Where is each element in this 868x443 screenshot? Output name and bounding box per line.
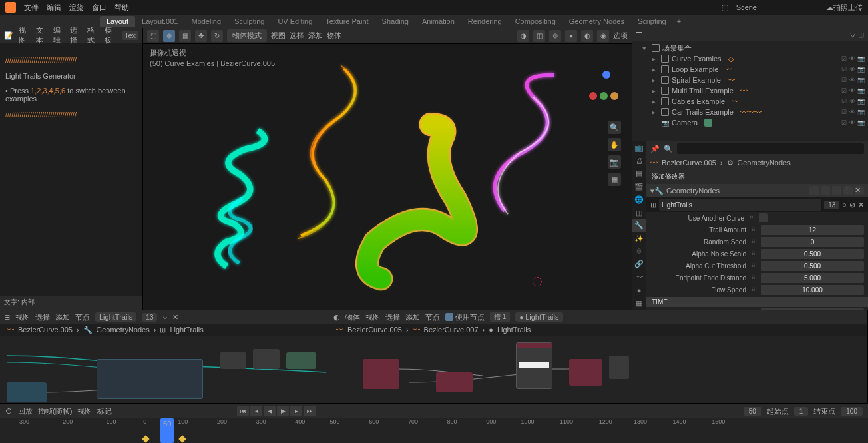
outliner-item-loop[interactable]: ▸Loop Example〰☑👁📷 xyxy=(632,64,868,75)
outliner-item-cables[interactable]: ▸Cables Example〰☑👁📷 xyxy=(632,96,868,107)
shader-node-3[interactable] xyxy=(516,342,552,389)
keyframe-icon[interactable] xyxy=(178,435,186,442)
shader-node-4[interactable] xyxy=(569,359,602,386)
tab-compositing[interactable]: Compositing xyxy=(509,16,562,27)
node-small-2[interactable] xyxy=(253,349,280,369)
use-nodes-check[interactable] xyxy=(445,313,453,321)
editor-type-3dview-icon[interactable]: ⬚ xyxy=(147,30,159,42)
jump-end-icon[interactable]: ⏭ xyxy=(304,406,316,416)
shading-wireframe-icon[interactable]: ⊙ xyxy=(549,30,561,42)
nodegroup-unlink-icon[interactable]: ⊘ xyxy=(849,201,855,209)
tl-keying[interactable]: 插帧(随帧) xyxy=(38,406,72,416)
add-workspace-button[interactable]: + xyxy=(673,16,685,27)
slot-dropdown[interactable]: 槽 1 xyxy=(490,312,510,322)
section-time[interactable]: TIME xyxy=(646,297,868,307)
proptab-texture-icon[interactable]: ▦ xyxy=(632,297,646,310)
timeline-type-icon[interactable]: ⏱ xyxy=(5,407,13,415)
tool-select-box-icon[interactable]: ▦ xyxy=(179,30,191,42)
node-small-3[interactable] xyxy=(286,352,316,369)
text-name-field[interactable]: Tex xyxy=(122,31,138,40)
add-modifier-button[interactable]: 添加修改器 xyxy=(646,169,868,184)
tl-playback[interactable]: 回放 xyxy=(18,406,33,416)
tab-uvediting[interactable]: UV Editing xyxy=(271,16,319,27)
nodegroup-new-icon[interactable]: ✕ xyxy=(858,201,864,209)
shader-menu-add[interactable]: 添加 xyxy=(405,312,420,322)
tab-shading[interactable]: Shading xyxy=(375,16,415,27)
nodegroup-name-input[interactable] xyxy=(659,199,821,211)
menu-window[interactable]: 窗口 xyxy=(92,3,107,13)
tool-rotate-icon[interactable]: ↻ xyxy=(211,30,223,42)
play-reverse-icon[interactable]: ◀ xyxy=(264,406,276,416)
tab-sculpting[interactable]: Sculpting xyxy=(228,16,271,27)
check-use-curve[interactable] xyxy=(759,213,768,222)
mode-dropdown[interactable]: 物体模式 xyxy=(227,29,267,42)
shader-node-output[interactable] xyxy=(609,356,629,379)
geo-editor-icon[interactable]: ⊞ xyxy=(4,313,10,322)
geo-menu-node[interactable]: 节点 xyxy=(75,312,90,322)
shader-object-dropdown[interactable]: 物体 xyxy=(345,312,360,322)
editor-type-icon[interactable]: 📝 xyxy=(4,31,13,40)
axis-z-icon[interactable] xyxy=(602,71,610,79)
shader-menu-view[interactable]: 视图 xyxy=(365,312,380,322)
node-frame[interactable] xyxy=(97,359,203,399)
pan-icon[interactable]: ✋ xyxy=(608,138,621,151)
modifier-params-scroll[interactable]: Use Another Curve⠿ Trail Amount⠿12 Rando… xyxy=(646,212,868,310)
timeline-track[interactable]: -300 -200 -100 0 100 200 300 400 500 600… xyxy=(0,418,868,443)
current-frame-input[interactable]: 50 xyxy=(744,407,761,416)
shader-node-2[interactable] xyxy=(436,372,473,392)
geo-menu-view[interactable]: 视图 xyxy=(15,312,30,322)
zoom-icon[interactable]: 🔍 xyxy=(608,121,621,134)
proptab-scene-icon[interactable]: 🎬 xyxy=(632,180,646,193)
xray-toggle-icon[interactable]: ◫ xyxy=(533,30,545,42)
text-editor-body[interactable]: /////////////////////////////////// Ligh… xyxy=(0,43,142,296)
mod-edit-icon[interactable] xyxy=(809,186,819,195)
outliner-item-cartrails[interactable]: ▸Car Trails Example〰〰〰☑👁📷 xyxy=(632,107,868,117)
outliner-tree[interactable]: ▾场景集合 ▸Curve Examles◇☑👁📷 ▸Loop Example〰☑… xyxy=(632,41,868,141)
node-group-input[interactable] xyxy=(7,382,47,402)
outliner-type-icon[interactable]: ☰ xyxy=(636,31,642,39)
geo-nodegroup-users[interactable]: 13 xyxy=(142,313,157,322)
mod-render-icon[interactable] xyxy=(832,186,841,195)
new-collection-icon[interactable]: ⊞ xyxy=(858,31,864,39)
outliner-item-spiral[interactable]: ▸Spiral Example〰☑👁📷 xyxy=(632,75,868,85)
mod-realtime-icon[interactable] xyxy=(821,186,830,195)
breadcrumb-modifier[interactable]: GeometryNodes xyxy=(738,159,791,167)
camera-view-icon[interactable]: 📷 xyxy=(608,155,621,169)
menu-file[interactable]: 文件 xyxy=(24,3,39,13)
shader-menu-select[interactable]: 选择 xyxy=(385,312,400,322)
tab-modeling[interactable]: Modeling xyxy=(184,16,228,27)
play-icon[interactable]: ▶ xyxy=(277,406,289,416)
val-flow-speed[interactable]: 10.000 xyxy=(761,285,864,295)
geo-nodegroup-field[interactable]: LightTrails xyxy=(95,312,136,322)
start-frame-input[interactable]: 1 xyxy=(794,407,809,416)
menu-edit[interactable]: 编辑 xyxy=(47,3,61,13)
playhead[interactable]: 50 xyxy=(160,418,174,443)
tab-geonodes[interactable]: Geometry Nodes xyxy=(562,16,631,27)
proptab-viewlayer-icon[interactable]: ▤ xyxy=(632,167,646,180)
shading-solid-icon[interactable]: ● xyxy=(565,30,577,42)
pin-icon[interactable]: 📌 xyxy=(650,145,660,153)
proptab-world-icon[interactable]: 🌐 xyxy=(632,193,646,206)
val-random-seed[interactable]: 0 xyxy=(761,237,864,247)
outliner-root[interactable]: ▾场景集合 xyxy=(632,43,868,53)
modifier-panel-header[interactable]: ▾ 🔧 GeometryNodes ⋮ ✕ xyxy=(646,184,868,197)
tab-layout001[interactable]: Layout.001 xyxy=(135,16,184,27)
geo-pin-icon[interactable]: ○ xyxy=(162,313,167,321)
proptab-render-icon[interactable]: 📺 xyxy=(632,141,646,154)
nav-gizmo[interactable] xyxy=(592,77,621,107)
geo-menu-add[interactable]: 添加 xyxy=(55,312,70,322)
val-alpha-cut[interactable]: 0.500 xyxy=(761,261,864,271)
menu-render[interactable]: 渲染 xyxy=(69,3,84,13)
proptab-particles-icon[interactable]: ✨ xyxy=(632,232,646,244)
vp-menu-select[interactable]: 选择 xyxy=(290,31,304,41)
tool-cursor-icon[interactable]: ⊕ xyxy=(163,30,175,42)
jump-start-icon[interactable]: ⏮ xyxy=(237,406,249,416)
viewport-3d[interactable]: 摄像机透视 (50) Curve Examles | BezierCurve.0… xyxy=(143,44,632,310)
outliner-item-curveexamples[interactable]: ▸Curve Examles◇☑👁📷 xyxy=(632,53,868,64)
vp-menu-object[interactable]: 物体 xyxy=(327,31,341,41)
scene-name[interactable]: Scene xyxy=(736,3,757,11)
proptab-object-icon[interactable]: ◫ xyxy=(632,206,646,219)
vp-menu-add[interactable]: 添加 xyxy=(308,31,323,41)
outliner-item-multitrail[interactable]: ▸Multi Trail Example〰☑👁📷 xyxy=(632,85,868,96)
tl-view[interactable]: 视图 xyxy=(77,406,92,416)
